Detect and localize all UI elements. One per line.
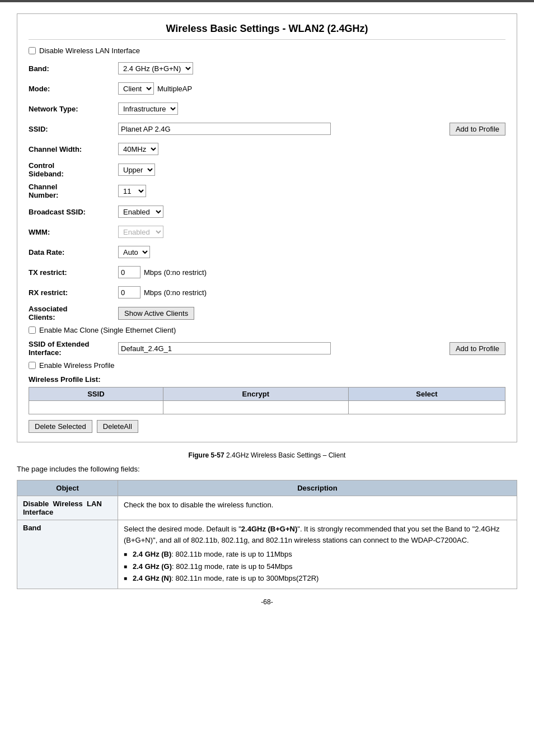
desc-description-band: Select the desired mode. Default is "2.4… — [118, 520, 517, 589]
control-sideband-label: ControlSideband: — [29, 161, 118, 178]
settings-panel: Wireless Basic Settings - WLAN2 (2.4GHz)… — [17, 13, 517, 442]
enable-wireless-profile-row: Enable Wireless Profile — [29, 361, 505, 370]
ssid-label: SSID: — [29, 125, 118, 133]
wireless-profile-list-section: Wireless Profile List: SSID Encrypt Sele… — [29, 375, 505, 414]
figure-caption: Figure 5-57 2.4GHz Wireless Basic Settin… — [17, 451, 517, 459]
channel-number-control: 11 1234 5678 9101213 — [118, 185, 505, 197]
profile-table-empty-row — [29, 401, 505, 414]
profile-table-body — [29, 401, 505, 414]
channel-width-row: Channel Width: 40MHz 20MHz — [29, 141, 505, 157]
rx-restrict-control: Mbps (0:no restrict) — [118, 286, 505, 298]
mac-clone-checkbox[interactable] — [29, 326, 36, 334]
tx-restrict-input[interactable] — [118, 266, 140, 278]
desc-object-disable-lan: Disable Wireless LANInterface — [17, 496, 118, 520]
rx-restrict-label: RX restrict: — [29, 288, 118, 297]
profile-table-ssid-header: SSID — [29, 388, 163, 401]
mode-row: Mode: Client AP WDS MultipleAP — [29, 81, 505, 96]
ssid-control: Add to Profile — [118, 123, 505, 136]
bottom-buttons: Delete Selected DeleteAll — [29, 420, 505, 433]
associated-clients-control: Show Active Clients — [118, 307, 505, 320]
profile-table-encrypt-header: Encrypt — [163, 388, 348, 401]
band-row: Band: 2.4 GHz (B+G+N) 2.4 GHz (B) 2.4 GH… — [29, 60, 505, 76]
associated-clients-label: AssociatedClients: — [29, 305, 118, 321]
disable-lan-checkbox[interactable] — [29, 47, 36, 54]
tx-restrict-control: Mbps (0:no restrict) — [118, 266, 505, 278]
profile-table: SSID Encrypt Select — [29, 387, 505, 414]
delete-selected-button[interactable]: Delete Selected — [29, 420, 92, 433]
broadcast-ssid-control: Enabled Disabled — [118, 206, 505, 218]
figure-caption-bold: Figure 5-57 — [189, 451, 224, 459]
mac-clone-row: Enable Mac Clone (Single Ethernet Client… — [29, 326, 505, 334]
band-bullet-g: 2.4 GHz (G): 802.11g mode, rate is up to… — [124, 561, 511, 572]
network-type-row: Network Type: Infrastructure Ad-hoc — [29, 101, 505, 116]
channel-width-label: Channel Width: — [29, 145, 118, 153]
band-bullets: 2.4 GHz (B): 802.11b mode, rate is up to… — [124, 549, 511, 584]
tx-restrict-row: TX restrict: Mbps (0:no restrict) — [29, 264, 505, 280]
disable-lan-label: Disable Wireless LAN Interface — [39, 46, 140, 55]
tx-restrict-unit: Mbps (0:no restrict) — [144, 268, 207, 277]
rx-restrict-input[interactable] — [118, 286, 140, 298]
ssid-extended-input[interactable] — [118, 342, 331, 354]
broadcast-ssid-label: Broadcast SSID: — [29, 208, 118, 216]
mac-clone-label: Enable Mac Clone (Single Ethernet Client… — [39, 326, 176, 334]
description-table: Object Description Disable Wireless LANI… — [17, 480, 517, 589]
broadcast-ssid-row: Broadcast SSID: Enabled Disabled — [29, 204, 505, 220]
delete-all-button[interactable]: DeleteAll — [97, 420, 138, 433]
data-rate-control: Auto — [118, 246, 505, 258]
data-rate-select[interactable]: Auto — [118, 246, 150, 258]
mode-label: Mode: — [29, 85, 118, 93]
desc-table-description-header: Description — [118, 480, 517, 496]
ssid-extended-control: Add to Profile — [118, 342, 505, 355]
broadcast-ssid-select[interactable]: Enabled Disabled — [118, 206, 163, 218]
ssid-extended-section-label: SSID of Extended Interface: — [29, 340, 118, 357]
desc-intro: The page includes the following fields: — [17, 465, 517, 473]
figure-caption-text: 2.4GHz Wireless Basic Settings – Client — [224, 451, 346, 459]
network-type-label: Network Type: — [29, 105, 118, 113]
data-rate-label: Data Rate: — [29, 248, 118, 256]
band-control: 2.4 GHz (B+G+N) 2.4 GHz (B) 2.4 GHz (G) … — [118, 62, 505, 74]
tx-restrict-label: TX restrict: — [29, 268, 118, 277]
enable-wireless-profile-checkbox[interactable] — [29, 362, 36, 369]
main-container: Wireless Basic Settings - WLAN2 (2.4GHz)… — [0, 8, 534, 617]
band-bullet-n: 2.4 GHz (N): 802.11n mode, rate is up to… — [124, 573, 511, 584]
rx-restrict-row: RX restrict: Mbps (0:no restrict) — [29, 284, 505, 300]
band-select[interactable]: 2.4 GHz (B+G+N) 2.4 GHz (B) 2.4 GHz (G) … — [118, 62, 193, 74]
ssid-row: SSID: Add to Profile — [29, 121, 505, 137]
ssid-extended-row: SSID of Extended Interface: Add to Profi… — [29, 340, 505, 357]
desc-description-disable-lan: Check the box to disable the wireless fu… — [118, 496, 517, 520]
channel-width-control: 40MHz 20MHz — [118, 143, 505, 155]
wmm-select[interactable]: Enabled Disabled — [118, 226, 163, 238]
channel-width-select[interactable]: 40MHz 20MHz — [118, 143, 158, 155]
associated-clients-row: AssociatedClients: Show Active Clients — [29, 305, 505, 321]
band-bullet-b: 2.4 GHz (B): 802.11b mode, rate is up to… — [124, 549, 511, 560]
show-active-clients-button[interactable]: Show Active Clients — [118, 307, 194, 320]
network-type-control: Infrastructure Ad-hoc — [118, 102, 505, 115]
wmm-row: WMM: Enabled Disabled — [29, 224, 505, 240]
data-rate-row: Data Rate: Auto — [29, 244, 505, 260]
wmm-label: WMM: — [29, 228, 118, 236]
rx-restrict-unit: Mbps (0:no restrict) — [144, 288, 207, 297]
desc-object-band: Band — [17, 520, 118, 589]
wmm-control: Enabled Disabled — [118, 226, 505, 238]
mode-extra: MultipleAP — [157, 85, 192, 93]
ssid-input[interactable] — [118, 123, 331, 135]
control-sideband-control: Upper Lower — [118, 164, 505, 176]
channel-number-select[interactable]: 11 1234 5678 9101213 — [118, 185, 146, 197]
wireless-profile-list-label: Wireless Profile List: — [29, 375, 505, 384]
mode-control: Client AP WDS MultipleAP — [118, 82, 505, 95]
ssid-extended-add-profile-button[interactable]: Add to Profile — [449, 342, 505, 355]
mode-select[interactable]: Client AP WDS — [118, 82, 154, 95]
channel-number-label: ChannelNumber: — [29, 183, 118, 199]
desc-table-object-header: Object — [17, 480, 118, 496]
panel-title: Wireless Basic Settings - WLAN2 (2.4GHz) — [29, 23, 505, 40]
disable-lan-row: Disable Wireless LAN Interface — [29, 46, 505, 55]
desc-row-disable-lan: Disable Wireless LANInterface Check the … — [17, 496, 517, 520]
control-sideband-row: ControlSideband: Upper Lower — [29, 161, 505, 178]
page-number: -68- — [17, 598, 517, 606]
top-border — [0, 0, 534, 2]
channel-number-row: ChannelNumber: 11 1234 5678 9101213 — [29, 183, 505, 199]
network-type-select[interactable]: Infrastructure Ad-hoc — [118, 102, 178, 115]
control-sideband-select[interactable]: Upper Lower — [118, 164, 155, 176]
band-label: Band: — [29, 64, 118, 73]
ssid-add-profile-button[interactable]: Add to Profile — [449, 123, 505, 136]
